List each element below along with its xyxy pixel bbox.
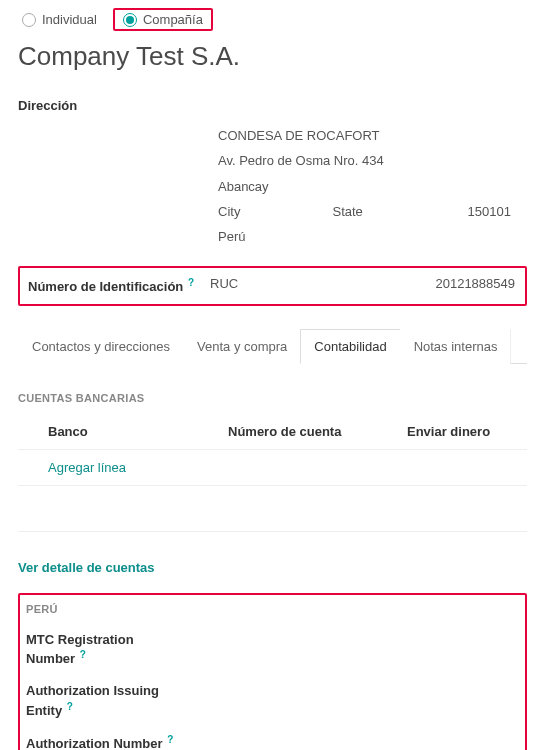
address-block[interactable]: CONDESA DE ROCAFORT Av. Pedro de Osma Nr…	[18, 123, 527, 250]
add-line-link[interactable]: Agregar línea	[18, 450, 527, 485]
page-title[interactable]: Company Test S.A.	[18, 41, 527, 72]
tabs: Contactos y direcciones Venta y compra C…	[18, 328, 527, 364]
field-auth-entity[interactable]: Authorization Issuing Entity ?	[26, 682, 186, 719]
address-district: Abancay	[218, 174, 527, 199]
address-label: Dirección	[18, 98, 527, 113]
tab-sales[interactable]: Venta y compra	[183, 329, 301, 364]
identification-box: Número de Identificación ? RUC 201218885…	[18, 266, 527, 306]
radio-individual-label: Individual	[42, 12, 97, 27]
identification-type[interactable]: RUC	[210, 276, 435, 291]
radio-individual[interactable]: Individual	[18, 10, 101, 29]
address-state: State	[333, 199, 448, 224]
view-accounts-link[interactable]: Ver detalle de cuentas	[18, 560, 155, 575]
bank-table-spacer	[18, 486, 527, 532]
address-zip: 150101	[447, 199, 527, 224]
address-city: City	[218, 199, 333, 224]
tab-accounting[interactable]: Contabilidad	[300, 329, 400, 364]
field-mtc-registration[interactable]: MTC Registration Number ?	[26, 631, 186, 668]
radio-circle-checked-icon	[123, 13, 137, 27]
radio-company[interactable]: Compañía	[119, 10, 207, 29]
col-account-number: Número de cuenta	[228, 424, 407, 439]
highlight-company-radio: Compañía	[113, 8, 213, 31]
address-country: Perú	[218, 224, 527, 249]
field-auth-entity-label: Authorization Issuing Entity	[26, 683, 159, 718]
help-icon[interactable]: ?	[80, 649, 86, 660]
bank-table-header: Banco Número de cuenta Enviar dinero	[18, 418, 527, 449]
bank-accounts-table: Banco Número de cuenta Enviar dinero Agr…	[18, 418, 527, 532]
peru-section: PERÚ MTC Registration Number ? Authoriza…	[18, 593, 527, 750]
address-street: Av. Pedro de Osma Nro. 434	[218, 148, 527, 173]
address-city-state-zip: City State 150101	[218, 199, 527, 224]
field-auth-number-label: Authorization Number	[26, 737, 163, 750]
tab-contacts[interactable]: Contactos y direcciones	[18, 329, 184, 364]
col-bank: Banco	[48, 424, 228, 439]
radio-company-label: Compañía	[143, 12, 203, 27]
identification-number[interactable]: 20121888549	[435, 276, 515, 291]
identification-label-text: Número de Identificación	[28, 279, 183, 294]
address-name: CONDESA DE ROCAFORT	[218, 123, 527, 148]
address-section: Dirección CONDESA DE ROCAFORT Av. Pedro …	[18, 98, 527, 250]
bank-accounts-heading: CUENTAS BANCARIAS	[18, 392, 527, 404]
help-icon[interactable]: ?	[188, 277, 194, 288]
col-send-money: Enviar dinero	[407, 424, 527, 439]
field-auth-number[interactable]: Authorization Number ?	[26, 733, 186, 750]
radio-circle-icon	[22, 13, 36, 27]
bank-table-body: Agregar línea	[18, 449, 527, 486]
tab-notes[interactable]: Notas internas	[400, 329, 512, 364]
identification-label: Número de Identificación ?	[28, 276, 210, 296]
contact-type-radio-group: Individual Compañía	[18, 8, 527, 31]
peru-heading: PERÚ	[26, 603, 515, 615]
help-icon[interactable]: ?	[167, 734, 173, 745]
help-icon[interactable]: ?	[67, 701, 73, 712]
